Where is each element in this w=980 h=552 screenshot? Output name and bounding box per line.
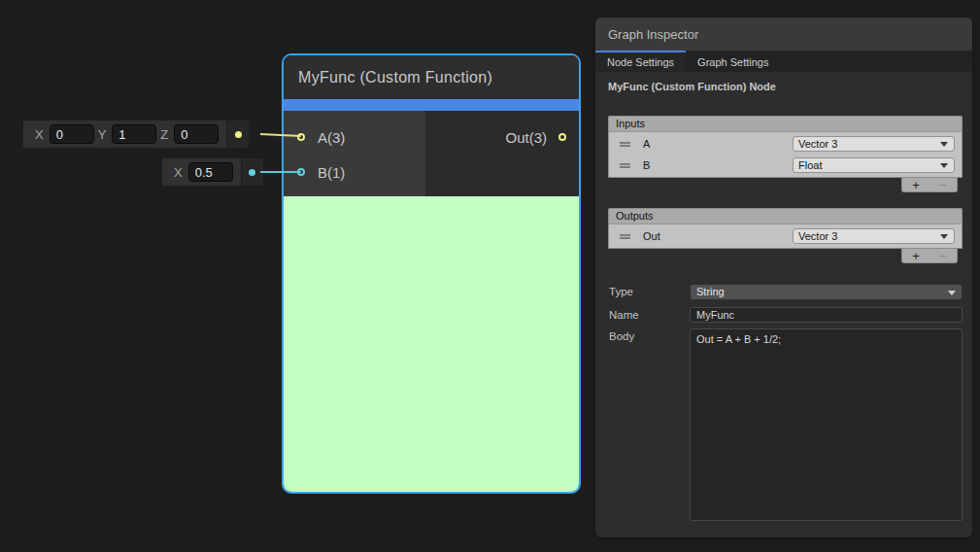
outputs-list-rows: Out Vector 3	[608, 224, 963, 249]
input-b-name: B	[643, 159, 650, 171]
type-field-row: Type String	[609, 284, 963, 300]
inputs-list: Inputs A Vector 3 B Float	[608, 116, 963, 192]
port-row-out: Out(3)	[425, 120, 579, 155]
input-a-type-dropdown[interactable]: Vector 3	[793, 136, 955, 152]
list-item[interactable]: Out Vector 3	[609, 225, 962, 247]
input-port-b-label: B(1)	[318, 164, 345, 181]
inspector-body: MyFunc (Custom Function) Node Inputs A V…	[595, 72, 972, 537]
axis-z-field[interactable]	[174, 124, 219, 144]
output-out-type-dropdown[interactable]: Vector 3	[793, 228, 955, 244]
inputs-list-footer: + −	[901, 178, 958, 192]
input-b-type-dropdown[interactable]: Float	[793, 157, 955, 173]
inputs-list-header: Inputs	[608, 116, 963, 131]
node-output-ports: Out(3)	[425, 111, 579, 196]
outputs-list-footer: + −	[901, 249, 958, 263]
node-port-area: A(3) B(1) Out(3)	[284, 111, 579, 196]
axis-x-label: X	[174, 165, 183, 180]
name-field-row: Name	[609, 307, 963, 323]
axis-y-field[interactable]	[112, 124, 156, 144]
vector3-output-port-icon[interactable]	[235, 131, 242, 138]
drag-handle-icon[interactable]	[620, 163, 630, 168]
tab-graph-settings-label: Graph Settings	[697, 56, 768, 68]
type-dropdown-value: String	[696, 286, 725, 297]
node-title[interactable]: MyFunc (Custom Function)	[284, 55, 579, 99]
output-port-out-icon[interactable]	[558, 133, 566, 141]
inspector-tabs: Node Settings Graph Settings	[595, 51, 972, 72]
inspector-header[interactable]: Graph Inspector	[595, 17, 972, 51]
output-out-type-value: Vector 3	[798, 230, 837, 242]
float-input-widget: X	[162, 158, 263, 186]
input-port-a-label: A(3)	[318, 129, 345, 146]
function-body-field[interactable]: Out = A + B + 1/2;	[690, 328, 963, 521]
input-a-name: A	[643, 138, 650, 150]
input-a-type-value: Vector 3	[798, 138, 837, 150]
tab-node-settings[interactable]: Node Settings	[595, 51, 686, 72]
float-output-port-chip[interactable]	[242, 158, 263, 186]
chevron-down-icon	[940, 163, 948, 168]
outputs-list-header: Outputs	[608, 208, 963, 224]
list-item[interactable]: A Vector 3	[609, 133, 962, 155]
float-x-field[interactable]	[188, 162, 233, 182]
list-item[interactable]: B Float	[609, 155, 962, 176]
inspector-title: Graph Inspector	[608, 27, 698, 42]
node-selection-bar	[284, 99, 579, 111]
axis-z-label: Z	[160, 127, 168, 142]
body-field-row: Body Out = A + B + 1/2;	[609, 328, 963, 521]
input-port-a-icon[interactable]	[297, 133, 305, 141]
input-b-type-value: Float	[798, 159, 822, 171]
drag-handle-icon[interactable]	[620, 142, 630, 147]
outputs-list: Outputs Out Vector 3 + −	[608, 208, 963, 263]
output-port-out-label: Out(3)	[505, 129, 547, 146]
node-preview	[284, 196, 579, 492]
node-input-ports: A(3) B(1)	[284, 111, 425, 196]
name-label: Name	[609, 307, 690, 321]
port-row-a: A(3)	[284, 120, 425, 155]
axis-x-label: X	[35, 127, 44, 142]
tab-graph-settings[interactable]: Graph Settings	[686, 51, 780, 72]
chevron-down-icon	[940, 234, 948, 239]
custom-function-node[interactable]: MyFunc (Custom Function) A(3) B(1) Out(3…	[282, 53, 581, 494]
add-input-button[interactable]: +	[912, 179, 920, 191]
vector3-input-widget: X Y Z	[23, 121, 249, 148]
remove-input-button[interactable]: −	[939, 179, 947, 191]
drag-handle-icon[interactable]	[620, 234, 630, 239]
chevron-down-icon	[948, 291, 956, 295]
inputs-list-rows: A Vector 3 B Float	[608, 131, 963, 178]
type-label: Type	[609, 284, 690, 297]
chevron-down-icon	[940, 142, 948, 147]
port-row-b: B(1)	[284, 155, 425, 190]
selected-node-heading: MyFunc (Custom Function) Node	[608, 81, 776, 92]
axis-x-field[interactable]	[50, 124, 94, 144]
type-dropdown[interactable]: String	[690, 284, 963, 300]
float-output-port-icon[interactable]	[249, 169, 255, 176]
graph-inspector-panel: Graph Inspector Node Settings Graph Sett…	[595, 17, 972, 537]
vector3-fields: X Y Z	[23, 121, 226, 148]
axis-y-label: Y	[98, 127, 107, 142]
tab-node-settings-label: Node Settings	[607, 56, 674, 68]
vector3-output-port-chip[interactable]	[227, 121, 249, 148]
output-out-name: Out	[643, 230, 660, 242]
body-label: Body	[609, 328, 690, 342]
float-fields: X	[162, 158, 241, 186]
remove-output-button[interactable]: −	[939, 250, 947, 262]
function-name-field[interactable]	[690, 307, 963, 323]
input-port-b-icon[interactable]	[297, 168, 305, 176]
add-output-button[interactable]: +	[912, 250, 920, 262]
